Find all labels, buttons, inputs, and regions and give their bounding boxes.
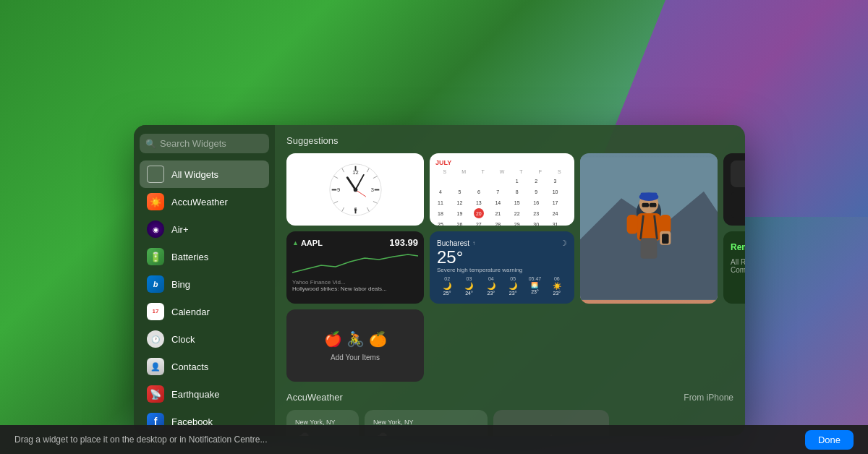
svg-rect-28	[650, 203, 657, 207]
forecast-0: 02 🌙 25°	[437, 276, 457, 296]
svg-rect-27	[642, 203, 650, 207]
sidebar-item-batteries[interactable]: 🔋 Batteries	[140, 243, 269, 270]
airplus-icon: ◉	[147, 220, 164, 238]
svg-text:12: 12	[352, 168, 358, 175]
search-container[interactable]: 🔍	[140, 134, 269, 153]
stock-chart	[292, 251, 418, 276]
svg-text:3: 3	[370, 187, 373, 193]
sidebar-label-earthquake: Earthquake	[171, 389, 220, 400]
suggestions-section-header: Suggestions	[286, 135, 733, 146]
photo-placeholder	[580, 153, 718, 304]
svg-point-20	[353, 187, 357, 192]
watch-bluetooth-ring: ⌖	[731, 160, 745, 187]
sidebar: 🔍 All Widgets ☀️ AccuWeather ◉ Air+ 🔋 Ba…	[134, 125, 275, 436]
watch-item-3	[731, 192, 745, 218]
bing-icon: b	[147, 275, 164, 293]
accuweather-icon: ☀️	[147, 193, 164, 210]
widget-picker-modal: 🔍 All Widgets ☀️ AccuWeather ◉ Air+ 🔋 Ba…	[134, 125, 745, 436]
accuweather-section-header: AccuWeather From iPhone	[286, 392, 733, 403]
fruit-label: Add Your Items	[331, 354, 380, 361]
weather-widget[interactable]: Bucharest ↑ ☽ 25° Severe high temperatur…	[430, 231, 574, 304]
fruit-widget[interactable]: 🍎 🚴 🍊 Add Your Items	[286, 309, 424, 382]
stock-ticker-arrow: ▲	[292, 239, 299, 247]
calendar-widget[interactable]: JULY S M T W T F S 1 2	[430, 153, 574, 226]
suggestions-title: Suggestions	[286, 135, 339, 146]
weather-warning: Severe high temperature warning	[437, 267, 567, 273]
sidebar-item-bing[interactable]: b Bing	[140, 270, 269, 298]
accuweather-source: From iPhone	[684, 393, 733, 403]
stock-ticker: ▲ AAPL	[292, 239, 323, 247]
fruit-icons: 🍎 🚴 🍊	[324, 330, 387, 348]
calendar-days-header: S M T W T F S	[435, 169, 569, 174]
forecast-5: 06 ☀️ 23°	[547, 276, 567, 296]
forecast-4: 05:47 🌅 23°	[524, 276, 545, 296]
sidebar-item-accuweather[interactable]: ☀️ AccuWeather	[140, 188, 269, 215]
svg-rect-37	[641, 238, 658, 259]
svg-rect-32	[660, 215, 671, 234]
sidebar-item-all-widgets[interactable]: All Widgets	[140, 160, 269, 188]
sidebar-item-contacts[interactable]: 👤 Contacts	[140, 353, 269, 380]
clock-widget[interactable]: 12 3 6 9	[286, 153, 424, 226]
sidebar-label-bing: Bing	[171, 279, 190, 290]
all-widgets-icon	[147, 166, 164, 183]
stock-widget[interactable]: ▲ AAPL 193.99 Yahoo Finance Vid... Holly…	[286, 231, 424, 304]
reminders-subtitle: All Reminders	[731, 258, 745, 266]
sidebar-label-calendar: Calendar	[171, 307, 210, 317]
sidebar-label-airplus: Air+	[171, 224, 188, 235]
stock-price: 193.99	[389, 237, 418, 248]
main-content: Suggestions	[275, 125, 745, 436]
svg-rect-26	[641, 193, 658, 199]
sidebar-label-clock: Clock	[171, 334, 195, 345]
accuweather-section-title: AccuWeather	[286, 392, 343, 403]
svg-rect-31	[627, 215, 638, 234]
stock-news: Hollywood strikes: New labor deals...	[292, 286, 418, 293]
suggestions-grid: 12 3 6 9 JULY S	[286, 153, 733, 382]
sidebar-item-clock[interactable]: 🕐 Clock	[140, 325, 269, 353]
calendar-month: JULY	[435, 159, 451, 166]
clock-icon: 🕐	[147, 330, 164, 348]
calendar-today: 20	[474, 208, 484, 218]
sidebar-label-accuweather: AccuWeather	[171, 197, 228, 207]
forecast-3: 05 🌙 23°	[503, 276, 523, 296]
svg-text:9: 9	[336, 187, 339, 193]
stock-news-source: Yahoo Finance Vid...	[292, 279, 418, 286]
search-input[interactable]	[140, 134, 269, 153]
batteries-icon: 🔋	[147, 248, 164, 265]
search-icon: 🔍	[145, 139, 156, 149]
forecast-2: 04 🌙 23°	[481, 276, 501, 296]
sidebar-label-contacts: Contacts	[171, 361, 208, 372]
reminders-title: Reminders	[731, 242, 745, 252]
svg-text:6: 6	[354, 205, 357, 212]
svg-rect-34	[662, 234, 669, 244]
person-illustration	[580, 153, 718, 304]
sidebar-item-calendar[interactable]: 17 Calendar	[140, 298, 269, 325]
sidebar-label-batteries: Batteries	[171, 252, 208, 262]
earthquake-icon: 📡	[147, 385, 164, 403]
bottom-bar: Drag a widget to place it on the desktop…	[0, 425, 868, 454]
sidebar-label-all-widgets: All Widgets	[171, 169, 218, 180]
weather-forecast: 02 🌙 25° 03 🌙 24° 04 🌙 23°	[437, 276, 567, 296]
sidebar-item-earthquake[interactable]: 📡 Earthquake	[140, 380, 269, 408]
weather-temp: 25°	[437, 248, 567, 267]
done-button[interactable]: Done	[805, 430, 854, 450]
reminders-widget[interactable]: Reminders 0 All Reminders Completed	[723, 231, 745, 304]
calendar-grid: 1 2 3 4 5 6 7 8 9 10 11 12 13 14 15 16 1	[435, 176, 569, 226]
calendar-icon: 17	[147, 303, 164, 320]
bottom-hint: Drag a widget to place it on the desktop…	[14, 434, 268, 445]
contacts-icon: 👤	[147, 358, 164, 375]
watch-widget[interactable]: ⌖ ⊛	[723, 153, 745, 226]
stock-header: ▲ AAPL 193.99	[292, 237, 418, 248]
stock-ticker-label: AAPL	[301, 239, 323, 247]
clock-face: 12 3 6 9	[328, 163, 383, 217]
forecast-1: 03 🌙 24°	[459, 276, 479, 296]
reminders-subtitle2: Completed	[731, 266, 745, 274]
photo-widget[interactable]	[580, 153, 718, 304]
sidebar-item-airplus[interactable]: ◉ Air+	[140, 215, 269, 243]
reminders-header: Reminders 0	[731, 239, 745, 255]
